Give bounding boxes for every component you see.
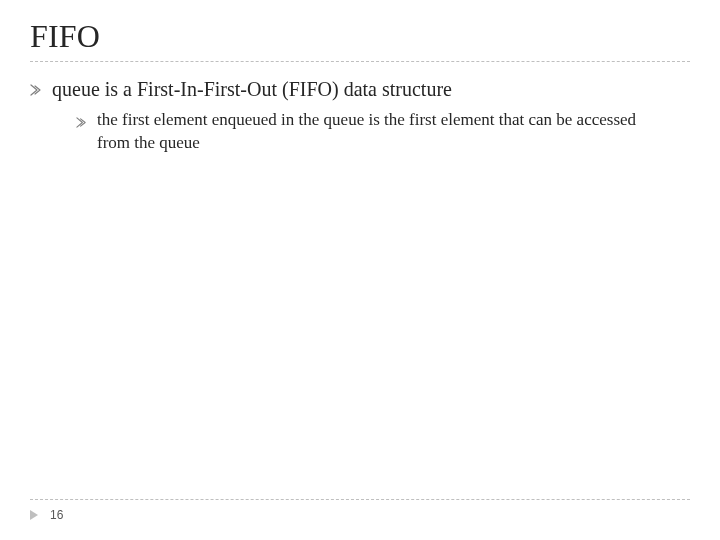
slide-footer: 16 [30, 499, 690, 524]
footer-row: 16 [30, 506, 690, 524]
bullet-arrow-icon [30, 82, 42, 100]
bullet-text: queue is a First-In-First-Out (FIFO) dat… [52, 76, 452, 103]
footer-arrow-icon [30, 506, 42, 524]
page-number: 16 [50, 508, 63, 522]
slide: FIFO queue is a First-In-First-Out (FIFO… [0, 0, 720, 540]
bullet-level-2: the first element enqueued in the queue … [76, 109, 690, 155]
slide-title: FIFO [30, 18, 690, 55]
title-divider [30, 61, 690, 62]
svg-marker-0 [30, 510, 38, 520]
bullet-arrow-icon [76, 114, 87, 132]
sub-bullet-text: the first element enqueued in the queue … [97, 109, 657, 155]
footer-divider [30, 499, 690, 500]
bullet-level-1: queue is a First-In-First-Out (FIFO) dat… [30, 76, 690, 103]
